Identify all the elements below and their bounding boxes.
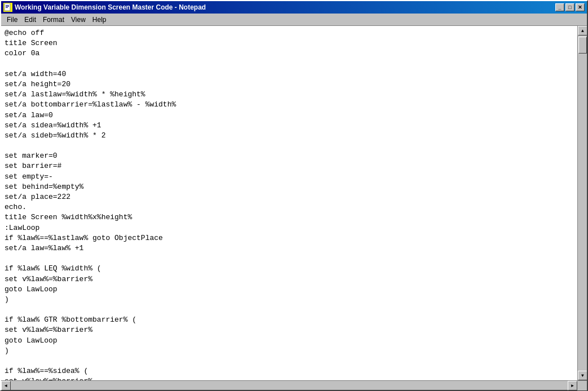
scroll-track-v[interactable] [578, 35, 587, 371]
svg-rect-0 [5, 3, 10, 11]
scroll-right-button[interactable]: ► [568, 381, 577, 390]
menu-help[interactable]: Help [89, 15, 110, 25]
minimize-button[interactable]: _ [555, 3, 564, 11]
menu-file[interactable]: File [3, 15, 21, 25]
menu-bar: File Edit Format View Help [1, 14, 587, 26]
scroll-left-button[interactable]: ◄ [1, 381, 11, 390]
menu-format[interactable]: Format [39, 15, 68, 25]
horizontal-scrollbar: ◄ ► [1, 380, 587, 390]
menu-edit[interactable]: Edit [21, 15, 39, 25]
maximize-button[interactable]: □ [565, 3, 574, 11]
editor-area: @echo off title Screen color 0a set/a wi… [1, 26, 587, 380]
code-editor[interactable]: @echo off title Screen color 0a set/a wi… [1, 26, 577, 380]
scroll-thumb-v[interactable] [578, 37, 587, 54]
window-title: Working Variable Dimension Screen Master… [15, 3, 206, 11]
title-bar: Working Variable Dimension Screen Master… [1, 1, 587, 14]
scroll-track-h[interactable] [11, 381, 568, 390]
svg-rect-1 [6, 5, 9, 6]
notepad-window: Working Variable Dimension Screen Master… [0, 0, 588, 391]
menu-view[interactable]: View [68, 15, 89, 25]
svg-rect-3 [6, 7, 8, 8]
svg-rect-2 [6, 6, 9, 7]
title-bar-left: Working Variable Dimension Screen Master… [3, 3, 206, 12]
title-bar-buttons: _ □ ✕ [555, 3, 585, 11]
scroll-down-button[interactable]: ▼ [578, 371, 587, 380]
vertical-scrollbar: ▲ ▼ [577, 26, 587, 380]
close-button[interactable]: ✕ [576, 3, 585, 11]
app-icon [3, 3, 12, 12]
scroll-corner [577, 381, 587, 390]
scroll-up-button[interactable]: ▲ [578, 26, 587, 35]
